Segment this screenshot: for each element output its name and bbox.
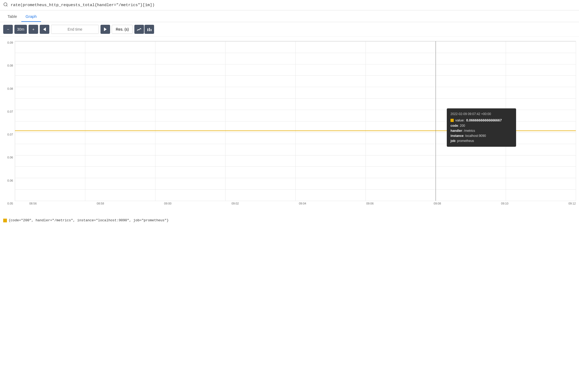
tab-bar: Table Graph: [0, 11, 579, 22]
x-axis: 08:56 08:58 09:00 09:02 09:04 09:06 09:0…: [29, 201, 576, 205]
resolution-button[interactable]: Res. (s): [112, 25, 133, 34]
tooltip-code-label: code: [451, 124, 458, 128]
tooltip-color-swatch: [451, 119, 454, 122]
tooltip-job-label: job: [451, 139, 455, 143]
duration-display: 30m: [14, 25, 27, 34]
tooltip-instance-value: localhost:9090: [465, 134, 486, 138]
svg-rect-6: [151, 29, 151, 31]
tab-graph[interactable]: Graph: [21, 11, 41, 22]
v-line-2: [155, 41, 155, 201]
graph-area: 0.09 0.08 0.08 0.07 0.07 0.06 0.06 0.05: [0, 38, 579, 216]
line-chart-button[interactable]: [134, 25, 144, 34]
legend-color-box: [3, 219, 7, 222]
tooltip-instance-label: instance: [451, 134, 464, 138]
y-label-6: 0.07: [0, 110, 15, 113]
increase-duration-button[interactable]: +: [29, 25, 38, 34]
stacked-chart-button[interactable]: [144, 25, 154, 34]
svg-point-0: [4, 3, 7, 6]
legend: {code="200", handler="/metrics", instanc…: [0, 216, 579, 225]
x-label-5: 09:06: [366, 202, 374, 205]
tooltip-handler-value: /metrics: [464, 129, 475, 133]
search-bar: [0, 0, 579, 10]
tooltip-code-value: 200: [460, 124, 465, 128]
search-icon: [3, 2, 8, 8]
tooltip-handler-label: handler: [451, 129, 462, 133]
v-line-0: [15, 41, 15, 201]
svg-rect-4: [147, 28, 148, 31]
x-label-7: 09:10: [501, 202, 509, 205]
graph-toolbar: − 30m + Res. (s): [0, 22, 579, 37]
x-label-6: 09:08: [434, 202, 441, 205]
tooltip-timestamp: 2022-02-09 09:07:42 +00:00: [451, 112, 512, 117]
h-line-14: [15, 201, 576, 201]
x-label-3: 09:02: [231, 202, 239, 205]
chart-canvas[interactable]: 2022-02-09 09:07:42 +00:00 value: 0.0666…: [15, 41, 576, 201]
search-input[interactable]: [11, 3, 576, 7]
v-line-5: [365, 41, 366, 201]
y-label-14: 0.05: [0, 202, 15, 205]
tooltip-job-value: prometheus: [457, 139, 474, 143]
tooltip: 2022-02-09 09:07:42 +00:00 value: 0.0666…: [447, 108, 516, 147]
end-time-input[interactable]: [51, 25, 99, 34]
x-label-4: 09:04: [299, 202, 306, 205]
y-label-10: 0.06: [0, 156, 15, 159]
tooltip-instance-row: instance: localhost:9090: [451, 133, 512, 138]
v-line-8: [576, 41, 576, 201]
chart-type-buttons: [134, 25, 154, 34]
tooltip-job-row: job: prometheus: [451, 138, 512, 144]
y-label-0: 0.09: [0, 41, 15, 44]
svg-marker-2: [43, 27, 46, 31]
legend-text: {code="200", handler="/metrics", instanc…: [9, 218, 169, 222]
v-line-1: [85, 41, 85, 201]
tooltip-code-row: code: 200: [451, 123, 512, 128]
y-label-2: 0.08: [0, 64, 15, 67]
decrease-duration-button[interactable]: −: [3, 25, 13, 34]
svg-line-1: [6, 5, 7, 6]
prev-time-button[interactable]: [40, 25, 49, 34]
svg-rect-5: [149, 28, 150, 31]
y-label-8: 0.07: [0, 133, 15, 136]
tooltip-handler-row: handler: /metrics: [451, 128, 512, 133]
x-label-0: 08:56: [29, 202, 37, 205]
x-label-2: 09:00: [164, 202, 172, 205]
v-line-3: [225, 41, 226, 201]
tooltip-value-label: value:: [455, 118, 465, 123]
y-label-4: 0.08: [0, 87, 15, 90]
svg-marker-3: [104, 27, 107, 31]
next-time-button[interactable]: [100, 25, 110, 34]
tooltip-value-row: value: 0.06666666666666667: [451, 118, 512, 123]
tab-table[interactable]: Table: [3, 11, 21, 22]
cursor-line: [436, 41, 436, 201]
y-label-12: 0.06: [0, 179, 15, 182]
y-axis: 0.09 0.08 0.08 0.07 0.07 0.06 0.06 0.05: [0, 41, 15, 205]
tooltip-value: 0.06666666666666667: [466, 118, 502, 123]
x-label-8: 09:12: [568, 202, 576, 205]
v-line-4: [295, 41, 296, 201]
x-label-1: 08:58: [97, 202, 104, 205]
